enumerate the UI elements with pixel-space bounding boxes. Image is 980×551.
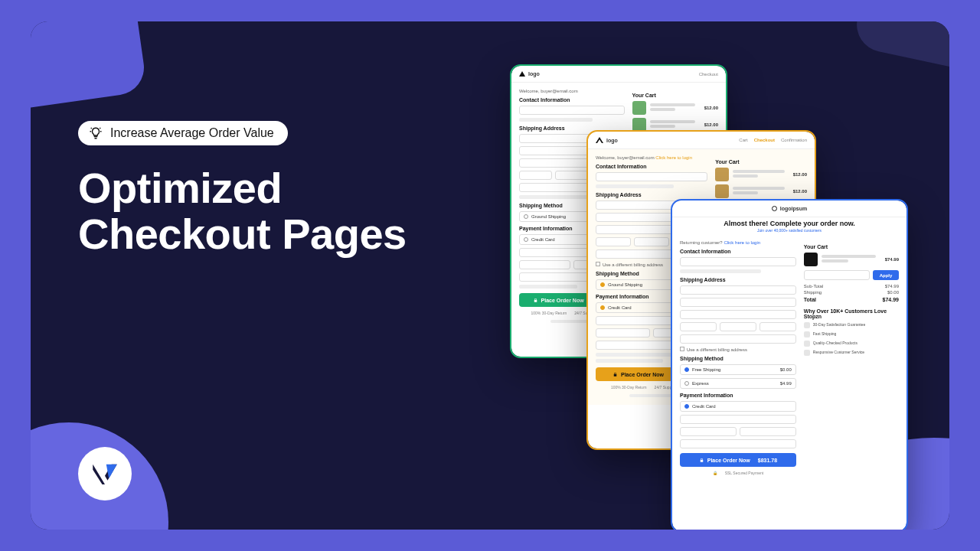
brand: logo [596, 137, 618, 143]
cart-item: $12.00 [632, 101, 719, 115]
place-order-button[interactable]: Place Order Now $831.78 [680, 453, 796, 467]
hero-sub: Join over 40,000+ satisfied customers [672, 228, 906, 233]
wing-icon [596, 137, 603, 143]
checkout-card-blue: logoipsum Almost there! Complete your or… [672, 201, 906, 530]
cart-item: $12.00 [632, 118, 719, 132]
hero-heading: Almost there! Complete your order now. [672, 217, 906, 228]
email-field[interactable] [596, 172, 707, 181]
lightbulb-icon [89, 126, 103, 140]
headset-icon [804, 350, 810, 356]
lock-icon [612, 372, 618, 377]
brand-logo [78, 447, 132, 500]
check-icon [804, 322, 810, 328]
benefits-list: 30-Day Satisfaction Guarantee Fast Shipp… [804, 322, 899, 356]
lock-icon [699, 458, 704, 463]
hero-panel: Increase Average Order Value Optimized C… [31, 21, 949, 530]
promo-field[interactable] [804, 270, 870, 280]
truck-icon [804, 331, 810, 337]
dot-icon [772, 206, 777, 211]
brand: logoipsum [772, 206, 807, 211]
apply-button[interactable]: Apply [873, 270, 899, 280]
brand: logo [519, 71, 540, 77]
pill-label: Increase Average Order Value [110, 126, 274, 140]
state-field[interactable] [555, 171, 588, 180]
city-field[interactable] [519, 171, 552, 180]
shipping-option[interactable]: Free Shipping$0.00 [680, 364, 796, 375]
decor-blob [31, 21, 148, 119]
payment-option[interactable]: Credit Card [680, 401, 796, 412]
email-field[interactable] [519, 106, 625, 115]
value-prop-pill: Increase Average Order Value [78, 121, 288, 145]
shipping-option[interactable]: Express$4.99 [680, 378, 796, 389]
page-title: Optimized Checkout Pages [78, 165, 407, 258]
triangle-icon [519, 71, 525, 77]
lock-icon [533, 298, 538, 303]
checkout-previews: logo Checkout Welcome, buyer@email.com C… [511, 66, 910, 530]
email-field[interactable] [680, 257, 796, 266]
exp-field[interactable] [519, 260, 570, 269]
shield-icon [804, 341, 810, 347]
card-number-field[interactable] [680, 415, 796, 424]
